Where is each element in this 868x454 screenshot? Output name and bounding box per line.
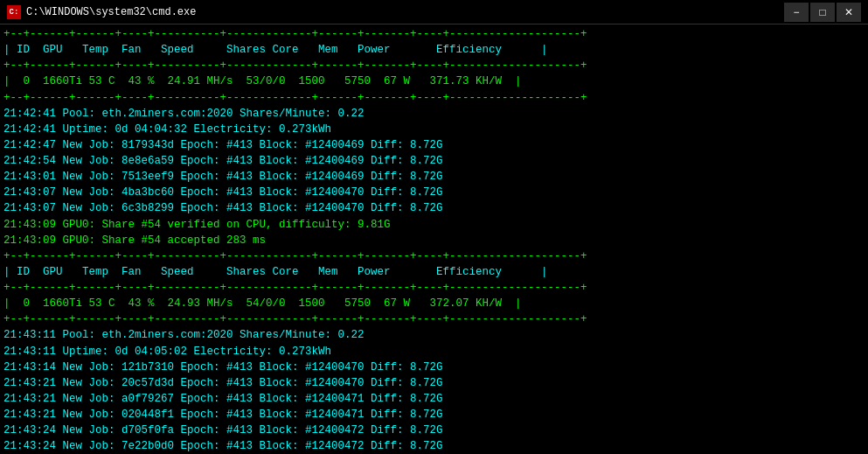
terminal-line-5: 21:42:41 Pool: eth.2miners.com:2020 Shar… [0,106,868,122]
terminal-line-24: 21:43:21 New Job: 020448f1 Epoch: #413 B… [0,407,868,423]
terminal-line-25: 21:43:24 New Job: d705f0fa Epoch: #413 B… [0,423,868,438]
minimize-button[interactable]: − [784,3,809,22]
terminal-line-26: 21:43:24 New Job: 7e22b0d0 Epoch: #413 B… [0,438,868,454]
window-title: C:\WINDOWS\system32\cmd.exe [26,6,784,18]
cmd-icon: C: [7,5,21,19]
terminal-line-20: 21:43:11 Uptime: 0d 04:05:02 Electricity… [0,344,868,360]
terminal-line-13: 21:43:09 GPU0: Share #54 accepted 283 ms [0,233,868,248]
terminal-line-18: +--+------+------+----+----------+------… [0,311,868,327]
terminal-line-21: 21:43:14 New Job: 121b7310 Epoch: #413 B… [0,360,868,375]
close-button[interactable]: ✕ [837,3,861,22]
terminal-line-11: 21:43:07 New Job: 6c3b8299 Epoch: #413 B… [0,200,868,216]
terminal-line-6: 21:42:41 Uptime: 0d 04:04:32 Electricity… [0,122,868,137]
terminal-line-1: | ID GPU Temp Fan Speed Shares Core Mem … [0,42,868,58]
window-controls: − □ ✕ [784,3,861,22]
terminal-line-2: +--+------+------+----+----------+------… [0,58,868,73]
terminal-line-12: 21:43:09 GPU0: Share #54 verified on CPU… [0,217,868,233]
terminal-line-4: +--+------+------+----+----------+------… [0,90,868,106]
terminal-line-9: 21:43:01 New Job: 7513eef9 Epoch: #413 B… [0,169,868,185]
terminal-line-17: | 0 1660Ti 53 C 43 % 24.93 MH/s 54/0/0 1… [0,296,868,311]
terminal-line-0: +--+------+------+----+----------+------… [0,26,868,42]
terminal-line-23: 21:43:21 New Job: a0f79267 Epoch: #413 B… [0,391,868,407]
terminal-line-3: | 0 1660Ti 53 C 43 % 24.91 MH/s 53/0/0 1… [0,73,868,89]
cmd-window: C: C:\WINDOWS\system32\cmd.exe − □ ✕ +--… [0,0,868,454]
terminal-content: +--+------+------+----+----------+------… [0,24,868,454]
terminal-line-19: 21:43:11 Pool: eth.2miners.com:2020 Shar… [0,327,868,343]
title-bar: C: C:\WINDOWS\system32\cmd.exe − □ ✕ [0,0,868,24]
terminal-line-14: +--+------+------+----+----------+------… [0,248,868,264]
maximize-button[interactable]: □ [810,3,835,22]
terminal-line-16: +--+------+------+----+----------+------… [0,280,868,296]
terminal-line-8: 21:42:54 New Job: 8e8e6a59 Epoch: #413 B… [0,153,868,169]
terminal-line-7: 21:42:47 New Job: 8179343d Epoch: #413 B… [0,137,868,153]
terminal-line-22: 21:43:21 New Job: 20c57d3d Epoch: #413 B… [0,375,868,391]
terminal-line-15: | ID GPU Temp Fan Speed Shares Core Mem … [0,264,868,280]
terminal-line-10: 21:43:07 New Job: 4ba3bc60 Epoch: #413 B… [0,185,868,200]
